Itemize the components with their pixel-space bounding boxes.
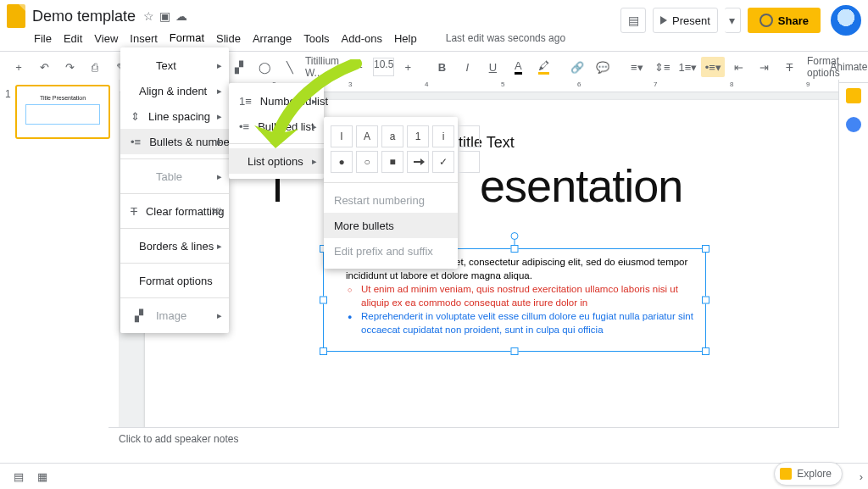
comments-button[interactable]: ▤ bbox=[620, 8, 646, 33]
present-button[interactable]: Present bbox=[653, 8, 718, 33]
last-edit-info[interactable]: Last edit was seconds ago bbox=[446, 32, 565, 44]
format-menu: Text▸ Align & indent▸ ⇕Line spacing▸ •≡B… bbox=[120, 47, 229, 333]
line-spacing-button[interactable]: ⇕≡ bbox=[650, 57, 674, 77]
bold-button[interactable]: B bbox=[430, 57, 453, 77]
menu-slide[interactable]: Slide bbox=[216, 32, 241, 45]
menu-format[interactable]: Format bbox=[170, 31, 204, 49]
animate-button[interactable]: Animate bbox=[837, 57, 860, 77]
slide-thumbnail-1[interactable]: 1 Title Presentation bbox=[15, 85, 110, 139]
bullets-submenu: 1≡Numbered list▸ •≡Bulleted list▸ List o… bbox=[229, 83, 324, 179]
menu-item-line-spacing[interactable]: ⇕Line spacing▸ bbox=[120, 103, 229, 129]
menu-view[interactable]: View bbox=[94, 32, 118, 45]
print-button[interactable]: ⎙ bbox=[83, 57, 107, 77]
menu-arrange[interactable]: Arrange bbox=[253, 32, 292, 45]
bottom-bar: ▤ ▦ Explore › bbox=[0, 463, 868, 489]
resize-handle-mr[interactable] bbox=[702, 297, 709, 304]
bullet-style[interactable]: ■ bbox=[381, 151, 403, 173]
line-tool[interactable]: ╲ bbox=[278, 57, 302, 77]
bullet-style[interactable] bbox=[407, 151, 429, 173]
insert-comment-button[interactable]: 💬 bbox=[591, 57, 615, 77]
toolbar-expand-button[interactable]: ˆ bbox=[864, 57, 868, 77]
explore-button[interactable]: Explore bbox=[774, 462, 843, 486]
account-avatar[interactable] bbox=[831, 5, 861, 36]
resize-handle-ml[interactable] bbox=[320, 297, 327, 304]
bullet-style[interactable]: 1 bbox=[407, 125, 429, 147]
image-tool[interactable]: ▞ bbox=[227, 57, 251, 77]
bullet-style[interactable]: ○ bbox=[356, 151, 378, 173]
bullet-style-blank[interactable] bbox=[458, 125, 480, 147]
slide-thumbnail-panel: 1 Title Presentation bbox=[0, 80, 120, 464]
font-family-select[interactable]: Titillium W... ▾ bbox=[312, 56, 337, 78]
highlight-button[interactable]: 🖍 bbox=[531, 57, 555, 77]
bullet-style[interactable]: ✓ bbox=[432, 151, 454, 173]
present-dropdown[interactable]: ▾ bbox=[725, 8, 741, 33]
redo-button[interactable]: ↷ bbox=[58, 57, 81, 77]
tasks-icon[interactable] bbox=[846, 117, 861, 132]
share-label: Share bbox=[778, 14, 809, 27]
menu-item-borders[interactable]: Borders & lines▸ bbox=[120, 233, 229, 258]
bullet-style[interactable]: a bbox=[381, 125, 403, 147]
menu-item-text[interactable]: Text▸ bbox=[120, 53, 229, 78]
menu-item-more-bullets[interactable]: More bullets bbox=[324, 213, 458, 238]
resize-handle-br[interactable] bbox=[702, 347, 709, 355]
side-panel bbox=[838, 80, 868, 464]
doc-name[interactable]: Demo template bbox=[32, 8, 136, 25]
numbered-list-button[interactable]: 1≡▾ bbox=[676, 57, 699, 77]
menu-help[interactable]: Help bbox=[394, 32, 417, 45]
shape-tool[interactable]: ◯ bbox=[253, 57, 276, 77]
list-item[interactable]: Reprehenderit in voluptate velit esse ci… bbox=[348, 310, 697, 336]
side-panel-toggle[interactable]: › bbox=[860, 470, 863, 483]
share-button[interactable]: Share bbox=[748, 8, 821, 33]
menu-item-bulleted-list[interactable]: •≡Bulleted list▸ bbox=[229, 114, 324, 139]
indent-inc-button[interactable]: ⇥ bbox=[752, 57, 776, 77]
resize-handle-bl[interactable] bbox=[320, 347, 327, 355]
align-button[interactable]: ≡▾ bbox=[625, 57, 648, 77]
menu-addons[interactable]: Add-ons bbox=[342, 32, 382, 45]
font-family-label: Titillium W... bbox=[305, 55, 339, 79]
indent-dec-button[interactable]: ⇤ bbox=[726, 57, 750, 77]
bullet-style[interactable]: ● bbox=[331, 151, 353, 173]
new-slide-button[interactable]: + bbox=[7, 57, 31, 77]
menu-edit[interactable]: Edit bbox=[64, 32, 82, 45]
speaker-notes[interactable]: Click to add speaker notes bbox=[108, 427, 839, 464]
italic-button[interactable]: I bbox=[455, 57, 479, 77]
font-size-inc[interactable]: + bbox=[396, 57, 420, 77]
grid-view-icon[interactable]: ▦ bbox=[31, 467, 54, 486]
keep-icon[interactable] bbox=[846, 88, 861, 103]
insert-link-button[interactable]: 🔗 bbox=[565, 57, 589, 77]
bullet-style[interactable]: i bbox=[432, 125, 454, 147]
move-folder-icon[interactable]: ▣ bbox=[159, 9, 170, 23]
clear-format-button[interactable]: T bbox=[777, 57, 801, 77]
text-color-button[interactable]: A bbox=[506, 57, 530, 77]
menu-tools[interactable]: Tools bbox=[303, 32, 329, 45]
menu-item-format-options[interactable]: Format options bbox=[120, 268, 229, 293]
app-icon[interactable] bbox=[7, 4, 25, 28]
present-label: Present bbox=[672, 14, 710, 27]
rotate-handle[interactable] bbox=[511, 232, 519, 240]
star-icon[interactable]: ☆ bbox=[143, 9, 154, 23]
font-size-input[interactable]: 10.5 bbox=[373, 58, 394, 76]
menu-item-numbered-list[interactable]: 1≡Numbered list▸ bbox=[229, 88, 324, 114]
menu-item-align[interactable]: Align & indent▸ bbox=[120, 78, 229, 103]
menu-item-list-options[interactable]: List options▸ bbox=[229, 148, 324, 174]
resize-handle-tr[interactable] bbox=[702, 245, 709, 253]
undo-button[interactable]: ↶ bbox=[32, 57, 56, 77]
menu-item-clear-formatting[interactable]: TClear formatting⌘\ bbox=[120, 198, 229, 224]
cloud-status-icon[interactable]: ☁ bbox=[175, 9, 187, 23]
menu-item-bullets[interactable]: •≡Bullets & numbering▸ bbox=[120, 129, 229, 154]
bullet-style-blank[interactable] bbox=[458, 151, 480, 173]
menu-item-image: ▞Image▸ bbox=[120, 303, 229, 328]
bullet-style[interactable]: A bbox=[356, 125, 378, 147]
resize-handle-bm[interactable] bbox=[511, 347, 519, 355]
font-size-dec[interactable]: − bbox=[348, 57, 371, 77]
underline-button[interactable]: U bbox=[481, 57, 504, 77]
menu-item-edit-prefix: Edit prefix and suffix bbox=[324, 238, 458, 264]
explore-label: Explore bbox=[797, 468, 832, 480]
menu-insert[interactable]: Insert bbox=[130, 32, 158, 45]
menu-file[interactable]: File bbox=[34, 32, 52, 45]
resize-handle-tm[interactable] bbox=[511, 245, 519, 253]
bullet-style[interactable]: I bbox=[331, 125, 353, 147]
bulleted-list-button[interactable]: •≡▾ bbox=[701, 57, 725, 77]
list-item[interactable]: Ut enim ad minim veniam, quis nostrud ex… bbox=[348, 283, 697, 309]
filmstrip-view-icon[interactable]: ▤ bbox=[7, 467, 31, 486]
